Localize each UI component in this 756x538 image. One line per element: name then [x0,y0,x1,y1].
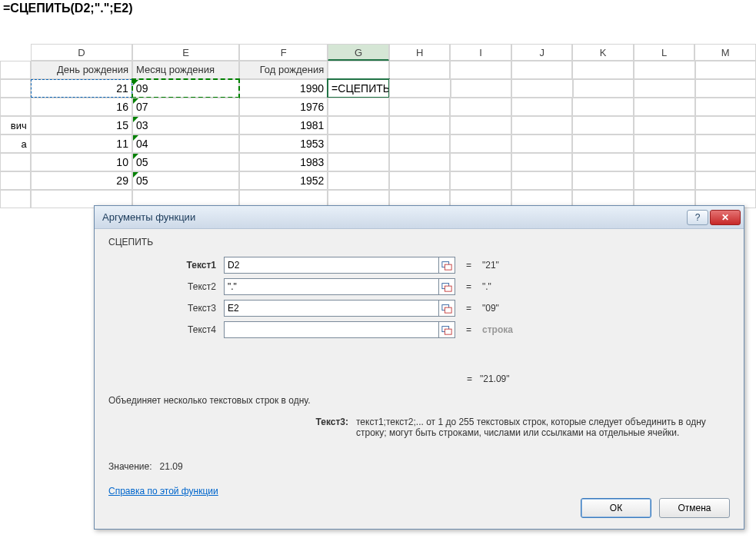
cell[interactable] [572,171,634,190]
cell[interactable] [450,171,511,190]
help-link[interactable]: Справка по этой функции [108,486,218,496]
ok-button[interactable]: ОК [581,498,651,518]
cell[interactable] [511,98,573,116]
col-header-L[interactable]: L [634,44,695,61]
cell[interactable] [389,116,451,134]
cell[interactable] [450,134,511,153]
cell-D3[interactable]: 16 [31,98,132,116]
cell-E4[interactable]: 03 [132,116,239,134]
cell-D6[interactable]: 10 [31,153,132,171]
cell[interactable] [695,134,756,153]
cell[interactable] [328,134,389,153]
cell-G3[interactable] [328,98,389,116]
cell[interactable] [511,153,573,171]
cell-E2[interactable]: 09 [132,79,239,98]
cell[interactable] [328,171,389,190]
cell[interactable] [572,153,634,171]
cell-F3[interactable]: 1976 [239,98,328,116]
cell-F4[interactable]: 1981 [239,116,328,134]
cell-M1[interactable] [695,61,756,79]
rowhead-4[interactable]: вич [0,116,31,134]
cell[interactable] [695,98,756,116]
cell-D7[interactable]: 29 [31,171,132,190]
cell[interactable] [328,153,389,171]
col-header-H[interactable]: H [389,44,451,61]
rowhead-6[interactable] [0,153,31,171]
range-select-button[interactable] [438,321,455,338]
cell[interactable] [450,98,511,116]
cell[interactable] [634,153,695,171]
corner-cell[interactable] [0,44,31,61]
formula-bar[interactable]: =СЦЕПИТЬ(D2;".";E2) [0,0,756,17]
cell[interactable] [634,98,695,116]
close-button[interactable]: ✕ [710,210,741,225]
arg-input-4[interactable] [224,321,439,338]
cell[interactable] [389,171,451,190]
cell-K1[interactable] [572,61,634,79]
cell[interactable] [328,116,389,134]
cell[interactable] [634,134,695,153]
rowhead-5[interactable]: а [0,134,31,153]
cell-D1[interactable]: День рождения [31,61,132,79]
cancel-button[interactable]: Отмена [659,498,730,518]
cell-D2[interactable]: 21 [31,79,132,98]
cell-H2[interactable] [389,79,450,98]
rowhead-1[interactable] [0,61,31,79]
col-header-F[interactable]: F [239,44,328,61]
arg-input-2[interactable] [224,278,439,295]
cell[interactable] [634,116,695,134]
cell-F1[interactable]: Год рождения [239,61,328,79]
cell[interactable] [511,171,573,190]
cell-D5[interactable]: 11 [31,134,132,153]
range-select-button[interactable] [438,257,455,274]
cell-K2[interactable] [573,79,634,98]
cell-E5[interactable]: 04 [132,134,239,153]
cell-D4[interactable]: 15 [31,116,132,134]
col-header-I[interactable]: I [450,44,511,61]
dialog-titlebar[interactable]: Аргументы функции ? ✕ [95,206,744,229]
cell-G1[interactable] [328,61,389,79]
col-header-E[interactable]: E [132,44,239,61]
cell[interactable] [511,134,573,153]
rowhead[interactable] [0,190,31,208]
cell-L2[interactable] [634,79,694,98]
cell[interactable] [389,98,451,116]
cell-E6[interactable]: 05 [132,153,239,171]
arg-input-1[interactable] [224,257,439,274]
cell-G2[interactable]: =СЦЕПИТЬ(D2;".";E2) [328,79,389,98]
cell-M2[interactable] [695,79,756,98]
cell-I1[interactable] [450,61,511,79]
cell[interactable] [450,153,511,171]
range-select-button[interactable] [438,278,455,295]
cell-F5[interactable]: 1953 [239,134,328,153]
col-header-G[interactable]: G [328,44,389,61]
col-header-K[interactable]: K [572,44,634,61]
cell-J2[interactable] [511,79,572,98]
range-select-button[interactable] [438,300,455,317]
arg-input-3[interactable] [224,300,439,317]
cell-L1[interactable] [634,61,695,79]
rowhead-3[interactable] [0,98,31,116]
col-header-M[interactable]: M [694,44,756,61]
cell-E7[interactable]: 05 [132,171,239,190]
cell[interactable] [695,153,756,171]
cell-F6[interactable]: 1983 [239,153,328,171]
cell[interactable] [634,171,695,190]
cell[interactable] [450,116,511,134]
cell-J1[interactable] [511,61,573,79]
cell[interactable] [389,153,451,171]
cell[interactable] [511,116,573,134]
rowhead-7[interactable] [0,171,31,190]
help-button[interactable]: ? [687,210,708,225]
cell[interactable] [695,116,756,134]
cell[interactable] [695,171,756,190]
cell-F7[interactable]: 1952 [239,171,328,190]
cell[interactable] [572,116,634,134]
cell-E3[interactable]: 07 [132,98,239,116]
cell[interactable] [572,98,634,116]
cell-H1[interactable] [389,61,451,79]
col-header-J[interactable]: J [511,44,573,61]
cell-I2[interactable] [451,79,511,98]
rowhead-2[interactable] [0,79,31,98]
cell-E1[interactable]: Месяц рождения [132,61,239,79]
